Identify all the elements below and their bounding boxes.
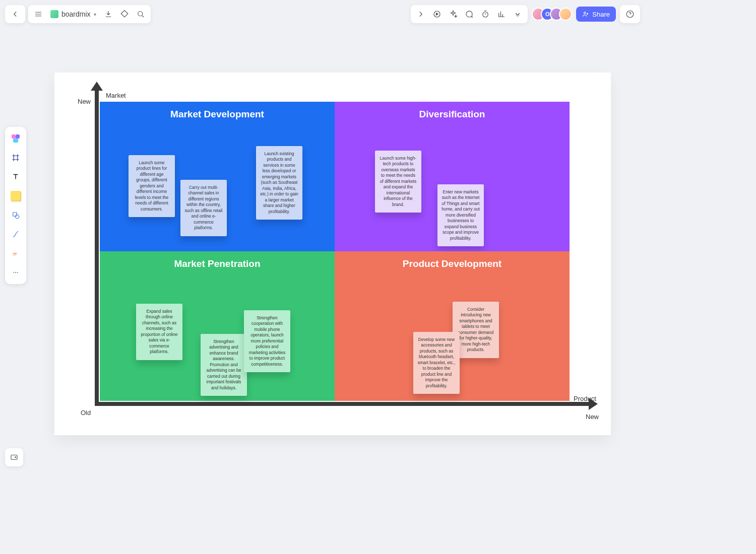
x-axis-new: New — [586, 413, 599, 421]
avatar-initial: O — [545, 11, 550, 17]
quadrant-title: Product Development — [335, 258, 570, 269]
chevron-down-icon: ▾ — [94, 12, 96, 17]
download-button[interactable] — [100, 6, 116, 22]
share-label: Share — [592, 11, 610, 18]
brand-icon — [50, 10, 58, 18]
quadrant-product-development[interactable]: Product Development Consider introducing… — [335, 251, 570, 401]
quadrant-diversification[interactable]: Diversification Launch some high-tech pr… — [335, 102, 570, 251]
origin-old: Old — [81, 409, 91, 417]
quadrant-market-development[interactable]: Market Development Launch some product l… — [100, 102, 335, 251]
help-group — [620, 5, 640, 23]
svg-rect-10 — [11, 455, 17, 460]
svg-rect-5 — [13, 213, 17, 217]
sticky-note[interactable]: Launch some product lines for different … — [129, 155, 175, 217]
more-tools-button[interactable] — [7, 264, 24, 281]
chevron-down-icon — [513, 10, 522, 19]
sticky-note[interactable]: Carry out multi-channel sales in differe… — [180, 180, 227, 236]
frame-icon — [11, 153, 20, 162]
side-toolbar — [5, 127, 26, 284]
svg-point-8 — [15, 272, 16, 273]
svg-point-3 — [584, 12, 586, 14]
tag-icon — [120, 10, 129, 19]
sparkle-button[interactable] — [445, 6, 461, 22]
sticky-note[interactable]: Launch some high-tech products to overse… — [375, 151, 421, 213]
sticky-note[interactable]: Expand sales through online channels, su… — [136, 304, 182, 360]
timer-icon — [481, 10, 490, 19]
sparkle-icon — [449, 10, 458, 19]
top-right-toolbar: O Share — [411, 5, 640, 23]
pen-icon — [11, 249, 20, 258]
back-group — [5, 5, 25, 23]
sticky-note[interactable]: Launch existing products and services in… — [256, 146, 302, 220]
chart-icon — [497, 10, 506, 19]
x-axis-label: Product — [574, 395, 596, 402]
quadrant-market-penetration[interactable]: Market Penetration Expand sales through … — [100, 251, 335, 401]
collaborator-avatars[interactable]: O — [532, 8, 572, 21]
share-button[interactable]: Share — [576, 7, 616, 22]
hamburger-icon — [34, 10, 43, 19]
dots-icon — [11, 268, 20, 277]
minimap-icon — [10, 453, 19, 462]
back-button[interactable] — [7, 6, 23, 22]
help-button[interactable] — [622, 6, 638, 22]
avatar[interactable] — [559, 8, 572, 21]
connector-button[interactable] — [7, 226, 24, 243]
templates-button[interactable] — [7, 130, 24, 147]
sticky-note[interactable]: Strengthen advertising and enhance brand… — [201, 334, 247, 396]
chevron-left-icon — [11, 10, 20, 19]
y-axis-label: Market — [106, 92, 126, 99]
shape-icon — [11, 211, 20, 220]
ansoff-matrix: Market Development Launch some product l… — [100, 102, 570, 401]
quadrant-title: Diversification — [335, 109, 570, 120]
menu-button[interactable] — [30, 6, 46, 22]
play-button[interactable] — [429, 6, 445, 22]
y-axis — [95, 88, 99, 405]
actions-group — [411, 5, 528, 23]
sticky-button[interactable] — [7, 187, 24, 204]
comment-icon — [465, 10, 474, 19]
x-axis — [95, 402, 591, 406]
more-button[interactable] — [510, 6, 526, 22]
chevron-right-icon — [416, 10, 425, 19]
svg-point-0 — [138, 12, 142, 16]
text-button[interactable] — [7, 168, 24, 185]
top-left-toolbar: boardmix ▾ — [5, 5, 151, 23]
svg-point-7 — [13, 272, 14, 273]
minimap-button[interactable] — [5, 448, 23, 466]
pen-button[interactable] — [7, 245, 24, 262]
svg-point-9 — [17, 272, 18, 273]
chart-button[interactable] — [493, 6, 510, 22]
tag-button[interactable] — [116, 6, 133, 22]
brand-dropdown[interactable]: boardmix ▾ — [46, 10, 100, 18]
main-toolbar-group: boardmix ▾ — [28, 5, 151, 23]
quadrant-title: Market Development — [100, 109, 335, 120]
svg-point-6 — [15, 215, 19, 219]
y-axis-new: New — [78, 98, 91, 105]
sticky-icon — [11, 191, 21, 201]
sticky-note[interactable]: Enter new markets such as the Internet o… — [437, 184, 484, 246]
text-icon — [11, 172, 20, 181]
search-icon — [136, 10, 145, 19]
comment-button[interactable] — [461, 6, 477, 22]
play-icon — [432, 10, 442, 19]
quadrant-title: Market Penetration — [100, 258, 335, 269]
brand-name: boardmix — [61, 10, 91, 18]
download-icon — [104, 10, 113, 19]
whiteboard-canvas[interactable]: Market New Old Product New Market Develo… — [54, 73, 611, 435]
shape-button[interactable] — [7, 206, 24, 224]
connector-icon — [11, 230, 20, 239]
help-icon — [625, 10, 635, 19]
user-plus-icon — [582, 11, 589, 18]
search-button[interactable] — [133, 6, 149, 22]
timer-button[interactable] — [477, 6, 493, 22]
sticky-note[interactable]: Develop some new accessories and product… — [413, 332, 460, 394]
sticky-note[interactable]: Strengthen cooperation with mobile phone… — [244, 310, 290, 372]
frame-button[interactable] — [7, 149, 24, 166]
templates-icon — [11, 134, 21, 143]
expand-button[interactable] — [413, 6, 429, 22]
